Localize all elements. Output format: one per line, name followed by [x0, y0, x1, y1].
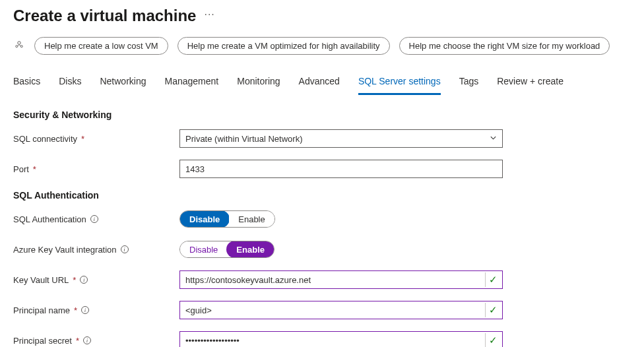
required-indicator: * — [81, 134, 84, 144]
more-icon[interactable]: ··· — [204, 9, 214, 23]
suggestion-vm-size[interactable]: Help me choose the right VM size for my … — [399, 37, 610, 55]
tab-sql-server-settings[interactable]: SQL Server settings — [358, 73, 441, 95]
info-icon[interactable]: i — [80, 276, 88, 284]
suggestion-low-cost[interactable]: Help me create a low cost VM — [34, 37, 168, 55]
tab-advanced[interactable]: Advanced — [299, 73, 340, 95]
input-principal-secret[interactable] — [179, 331, 503, 347]
toggle-akv-enable[interactable]: Enable — [226, 241, 274, 258]
label-principal-name: Principal name — [13, 305, 70, 315]
required-indicator: * — [33, 164, 36, 174]
svg-point-0 — [18, 42, 21, 45]
required-indicator: * — [76, 336, 79, 346]
tab-review-create[interactable]: Review + create — [497, 73, 564, 95]
tab-networking[interactable]: Networking — [100, 73, 146, 95]
select-sql-connectivity-value: Private (within Virtual Network) — [185, 134, 302, 144]
tab-disks[interactable]: Disks — [59, 73, 81, 95]
tab-management[interactable]: Management — [165, 73, 219, 95]
label-akv-integration: Azure Key Vault integration — [13, 245, 117, 255]
label-sql-connectivity: SQL connectivity — [13, 134, 77, 144]
tab-monitoring[interactable]: Monitoring — [237, 73, 280, 95]
tab-tags[interactable]: Tags — [459, 73, 479, 95]
toggle-sql-auth-enable[interactable]: Enable — [229, 211, 274, 227]
checkmark-icon: ✓ — [489, 274, 498, 286]
checkmark-icon: ✓ — [489, 304, 498, 316]
select-sql-connectivity[interactable]: Private (within Virtual Network) — [179, 129, 503, 148]
section-security-networking: Security & Networking — [13, 110, 631, 120]
tab-basics[interactable]: Basics — [13, 73, 40, 95]
label-sql-auth: SQL Authentication — [13, 214, 86, 224]
label-port: Port — [13, 164, 29, 174]
copilot-icon — [13, 39, 25, 53]
svg-point-2 — [20, 46, 22, 47]
input-key-vault-url[interactable] — [179, 270, 503, 289]
divider — [485, 303, 486, 317]
info-icon[interactable]: i — [121, 245, 129, 253]
tabs: Basics Disks Networking Management Monit… — [13, 73, 631, 95]
label-principal-secret: Principal secret — [13, 336, 72, 346]
required-indicator: * — [73, 275, 76, 285]
toggle-sql-auth: Disable Enable — [179, 210, 275, 228]
input-principal-name[interactable] — [179, 301, 503, 319]
svg-line-4 — [18, 46, 19, 46]
info-icon[interactable]: i — [83, 336, 91, 344]
info-icon[interactable]: i — [90, 215, 98, 223]
toggle-sql-auth-disable[interactable]: Disable — [179, 210, 230, 228]
svg-line-5 — [20, 46, 21, 46]
page-title: Create a virtual machine — [13, 7, 196, 25]
divider — [485, 272, 486, 287]
divider — [485, 333, 486, 347]
required-indicator: * — [74, 305, 77, 315]
chevron-down-icon — [490, 135, 497, 143]
label-key-vault-url: Key Vault URL — [13, 275, 69, 285]
svg-point-1 — [16, 46, 18, 47]
info-icon[interactable]: i — [81, 306, 89, 314]
suggestion-high-availability[interactable]: Help me create a VM optimized for high a… — [177, 37, 390, 55]
toggle-akv: Disable Enable — [179, 241, 274, 258]
section-sql-authentication: SQL Authentication — [13, 190, 631, 201]
checkmark-icon: ✓ — [489, 334, 498, 346]
input-port[interactable] — [179, 160, 503, 178]
toggle-akv-disable[interactable]: Disable — [180, 241, 227, 257]
